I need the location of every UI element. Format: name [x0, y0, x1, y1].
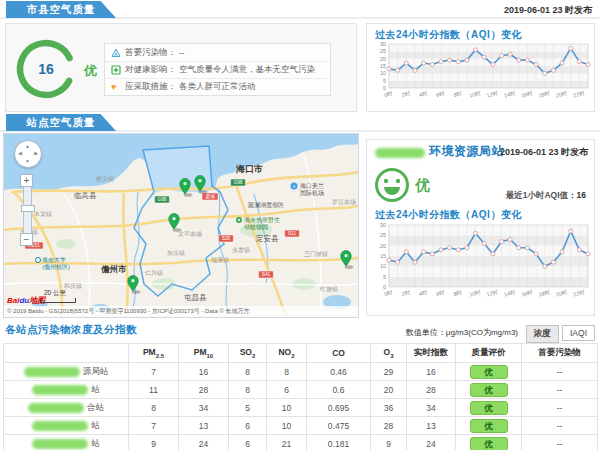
table-row: 站9246210.181924优-- [4, 435, 598, 450]
svg-text:12时: 12时 [486, 289, 499, 298]
value-cell: 21 [267, 435, 307, 450]
svg-text:8时: 8时 [453, 289, 463, 297]
aqi-grade: 优 [84, 62, 97, 80]
info-label: 首要污染物： [125, 47, 176, 59]
primary-pollutant-cell: -- [522, 417, 598, 435]
map-pan-control[interactable]: ▲ ▼ ◀ ▶ [14, 140, 42, 168]
column-header [4, 344, 129, 363]
grade-cell: 优 [456, 399, 522, 417]
tab-city-air-quality[interactable]: 市县空气质量 [6, 1, 116, 18]
grade-cell: 优 [456, 417, 522, 435]
info-row-measures: ♥ 应采取措施： 各类人群可正常活动 [105, 78, 330, 95]
map-label: 临高县 [74, 191, 97, 200]
unit-note: 数值单位：μg/m3(CO为mg/m3) [406, 327, 518, 338]
grade-badge: 优 [470, 365, 508, 379]
svg-text:0时: 0时 [384, 90, 394, 98]
city-aqi-24h-chart: 0510152025300时2时4时6时8时10时12时14时16时18时20时… [369, 41, 593, 103]
city-aqi-24h-panel: 过去24小时分指数（AQI）变化 0510152025300时2时4时6时8时1… [366, 23, 595, 112]
value-cell: 11 [129, 381, 179, 399]
value-cell: 28 [179, 381, 229, 399]
latest-aqi: 最近1小时AQI值：16 [506, 190, 586, 202]
toggle-concentration[interactable]: 浓度 [526, 325, 559, 343]
station-name: 环境资源局站 [429, 143, 504, 160]
toggle-iaqi[interactable]: IAQI [562, 325, 595, 341]
pollutant-table-title: 各站点污染物浓度及分指数 [5, 323, 137, 337]
svg-text:22时: 22时 [573, 289, 586, 298]
zoom-out-button[interactable]: − [20, 233, 33, 246]
table-row: 合站8345100.6953634优-- [4, 399, 598, 417]
scale-label: 20 公里 [44, 289, 76, 298]
value-cell: 28 [371, 417, 407, 435]
info-value: -- [179, 48, 185, 58]
svg-text:22时: 22时 [573, 90, 586, 99]
info-row-primary-pollutant: 首要污染物： -- [105, 44, 330, 61]
value-cell: 16 [179, 363, 229, 381]
svg-text:10: 10 [380, 263, 386, 269]
value-cell: 10 [267, 399, 307, 417]
map-label: 罗豆农场 [332, 198, 356, 206]
svg-text:2时: 2时 [401, 90, 411, 98]
column-header: PM10 [179, 344, 229, 363]
value-cell: 10 [267, 417, 307, 435]
svg-text:S41: S41 [262, 272, 271, 277]
svg-text:16时: 16时 [521, 289, 534, 298]
zoom-handle[interactable] [21, 205, 35, 212]
pan-right-icon[interactable]: ▶ [34, 151, 38, 156]
grade-badge: 优 [470, 419, 508, 433]
svg-text:4时: 4时 [418, 90, 428, 98]
svg-text:30: 30 [380, 222, 386, 228]
value-cell: 20 [371, 381, 407, 399]
map-scale: 20 公里 [40, 289, 76, 303]
station-detail-panel: 环境资源局站 2019-06-01 23 时发布 优 最近1小时AQI值：16 … [366, 139, 595, 316]
city-aqi-panel: 16 优 首要污染物： -- 对健康影响： 空气质量令人满意，基本无空气污染 ♥… [5, 23, 357, 112]
pan-up-icon[interactable]: ▲ [25, 144, 30, 149]
air-quality-dashboard: 市县空气质量 2019-06-01 23 时发布 16 优 首要污染物： -- … [0, 0, 600, 450]
scale-bar [40, 298, 76, 303]
svg-text:0: 0 [383, 284, 386, 290]
value-cell: 0.6 [307, 381, 371, 399]
svg-text:8时: 8时 [453, 90, 463, 98]
pan-left-icon[interactable]: ◀ [18, 151, 22, 156]
pan-down-icon[interactable]: ▼ [25, 159, 30, 164]
station-map[interactable]: 海口市✈海口美兰国际机场观澜湖度假区海南热带野生动植物园定安县儋州市海南大学(儋… [3, 133, 359, 318]
svg-text:6时: 6时 [436, 90, 446, 98]
value-cell: 24 [407, 435, 456, 450]
svg-text:10: 10 [380, 70, 386, 76]
column-header: O3 [371, 344, 407, 363]
station-name-cell: 合站 [4, 399, 129, 417]
value-cell: 0.475 [307, 417, 371, 435]
map-label: 定安县 [255, 234, 279, 243]
primary-pollutant-cell: -- [522, 363, 598, 381]
svg-text:✈: ✈ [292, 184, 296, 189]
station-aqi-24h-chart: 0510152025300时2时4时6时8时10时12时14时16时18时20时… [369, 222, 593, 302]
svg-text:0时: 0时 [384, 289, 394, 297]
svg-text:12时: 12时 [486, 90, 499, 99]
table-body: 源局站716880.462916优--站1128860.62028优--合站83… [4, 363, 598, 450]
value-cell: 8 [229, 381, 267, 399]
map-label: 木棠镇 [33, 211, 52, 217]
svg-text:25: 25 [380, 48, 386, 54]
table-row: 源局站716880.462916优-- [4, 363, 598, 381]
svg-text:18时: 18时 [538, 289, 551, 298]
station-publish-time: 2019-06-01 23 时发布 [500, 146, 588, 159]
info-label: 对健康影响： [125, 64, 176, 76]
zoom-in-button[interactable]: + [20, 174, 33, 187]
grade-cell: 优 [456, 435, 522, 450]
svg-text:10时: 10时 [469, 90, 482, 99]
tab-station-air-quality[interactable]: 站点空气质量 [6, 114, 116, 131]
map-label: 屯昌县 [184, 293, 207, 302]
svg-text:20时: 20时 [555, 289, 568, 298]
value-cell: 8 [267, 363, 307, 381]
value-cell: 9 [129, 435, 179, 450]
aqi-info-box: 首要污染物： -- 对健康影响： 空气质量令人满意，基本无空气污染 ♥ 应采取措… [104, 43, 331, 96]
svg-text:20: 20 [380, 243, 386, 249]
primary-pollutant-cell: -- [522, 399, 598, 417]
map-copyright: © 2019 Baidu - GS(2018)5572号 - 甲测资字11009… [4, 306, 358, 317]
grade-cell: 优 [456, 381, 522, 399]
primary-pollutant-cell: -- [522, 435, 598, 450]
value-cell: 34 [407, 399, 456, 417]
svg-text:G98: G98 [233, 180, 242, 185]
grade-cell: 优 [456, 363, 522, 381]
pollutant-icon [111, 48, 122, 58]
zoom-track[interactable] [23, 187, 32, 233]
